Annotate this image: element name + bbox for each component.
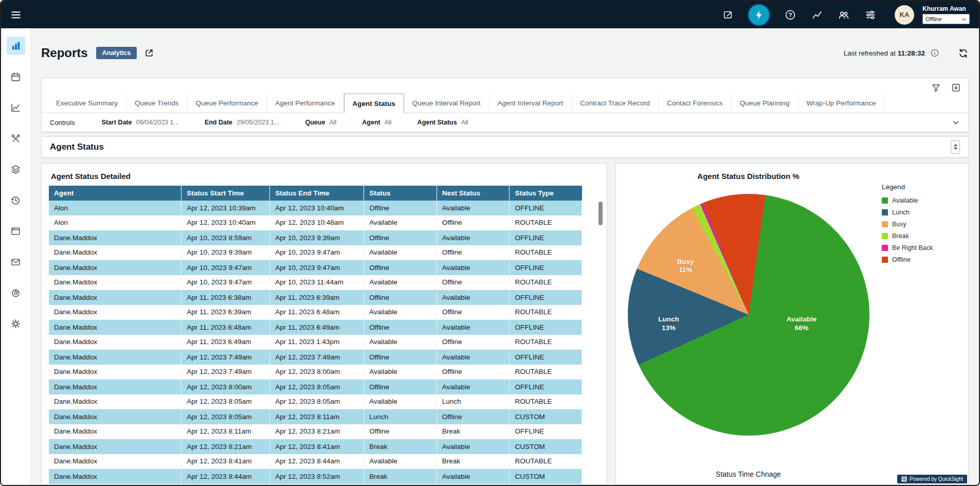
- sidebar-item-layers[interactable]: [7, 160, 25, 178]
- tab-agent-status[interactable]: Agent Status: [344, 94, 404, 113]
- control-queue[interactable]: QueueAll: [305, 119, 336, 126]
- tab-agent-interval-report[interactable]: Agent Interval Report: [489, 94, 572, 113]
- control-label: Agent: [362, 119, 380, 126]
- controls-collapse-button[interactable]: [952, 118, 960, 127]
- legend: Legend AvailableLunchBusyBreakBe Right B…: [882, 183, 960, 263]
- sidebar-item-metrics[interactable]: [7, 98, 25, 117]
- menu-button[interactable]: [10, 9, 22, 21]
- ccp-launch-button[interactable]: [749, 5, 769, 25]
- legend-item-be-right-back[interactable]: Be Right Back: [882, 244, 960, 251]
- sidebar-item-reports[interactable]: [7, 37, 25, 55]
- control-value: 29/05/2023 1...: [237, 119, 279, 126]
- spinner-control[interactable]: [951, 140, 960, 154]
- control-agent-status[interactable]: Agent StatusAll: [418, 119, 468, 126]
- table-cell: Apr 10, 2023 9:47am: [182, 260, 270, 275]
- legend-item-offline[interactable]: Offline: [882, 256, 960, 263]
- table-cell: Lunch: [437, 394, 510, 409]
- sidebar-item-usage[interactable]: [7, 283, 25, 302]
- users-button[interactable]: [838, 9, 849, 21]
- column-header-status-type[interactable]: Status Type: [510, 186, 582, 201]
- sidebar-item-browser[interactable]: [7, 222, 25, 240]
- tab-contract-trace-record[interactable]: Contract Trace Record: [572, 94, 659, 113]
- panels-row: Agent Status Detailed AgentStatus Start …: [41, 163, 969, 485]
- table-cell: Apr 10, 2023 9:47am: [182, 275, 270, 290]
- section-bar: Agent Status: [41, 136, 969, 158]
- tab-queue-interval-report[interactable]: Queue Interval Report: [404, 94, 489, 113]
- table-cell: Apr 11, 2023 6:39am: [270, 290, 364, 305]
- table-cell: Dane.Maddox: [49, 290, 182, 305]
- column-header-status-end-time[interactable]: Status End Time: [270, 186, 364, 201]
- table-cell: Apr 11, 2023 1:43pm: [270, 335, 364, 350]
- control-end-date[interactable]: End Date29/05/2023 1...: [205, 119, 280, 126]
- column-header-next-status[interactable]: Next Status: [437, 186, 510, 201]
- agent-status-table: AgentStatus Start TimeStatus End TimeSta…: [49, 186, 582, 485]
- legend-item-busy[interactable]: Busy: [882, 221, 960, 228]
- powered-by-quicksight[interactable]: Powered by QuickSight: [897, 475, 967, 483]
- table-cell: ROUTABLE: [510, 365, 582, 380]
- sidebar-item-history[interactable]: [7, 191, 25, 209]
- tab-queue-trends[interactable]: Queue Trends: [126, 94, 188, 113]
- table-scrollbar[interactable]: [598, 188, 603, 479]
- legend-swatch: [882, 245, 888, 251]
- tab-agent-performance[interactable]: Agent Performance: [267, 94, 343, 113]
- feedback-button[interactable]: [722, 9, 733, 20]
- table-cell: Apr 12, 2023 8:44am: [182, 469, 270, 484]
- pie-chart[interactable]: Available66%Lunch13%Busy11%: [628, 194, 869, 436]
- preferences-button[interactable]: [865, 9, 876, 21]
- table-cell: Dane.Maddox: [49, 260, 182, 275]
- tab-contact-forensics[interactable]: Contact Forensics: [659, 94, 732, 113]
- metrics-button[interactable]: [811, 9, 823, 21]
- external-link-icon: [144, 48, 154, 58]
- table-scrollbar-thumb[interactable]: [598, 202, 603, 225]
- menu-icon: [10, 9, 22, 21]
- refresh-button[interactable]: [958, 48, 969, 59]
- table-cell: Available: [364, 215, 437, 230]
- download-button[interactable]: [951, 83, 961, 93]
- table-cell: Available: [437, 320, 510, 335]
- legend-item-break[interactable]: Break: [882, 232, 960, 240]
- table-cell: Break: [364, 439, 437, 454]
- column-header-agent[interactable]: Agent: [49, 186, 182, 201]
- sidebar-item-tools[interactable]: [7, 129, 25, 148]
- control-label: Agent Status: [418, 119, 457, 126]
- info-button[interactable]: [930, 48, 939, 58]
- tab-executive-summary[interactable]: Executive Summary: [48, 94, 126, 113]
- table-cell: Apr 11, 2023 6:48am: [182, 320, 270, 335]
- table-cell: Apr 12, 2023 8:11am: [270, 409, 364, 424]
- control-start-date[interactable]: Start Date09/04/2023 1...: [101, 119, 178, 126]
- tab-wrap-up-performance[interactable]: Wrap-Up Performance: [798, 94, 885, 113]
- tab-queue-planning[interactable]: Queue Planning: [732, 94, 798, 113]
- control-label: Start Date: [101, 119, 132, 126]
- table-cell: Offline: [437, 245, 510, 260]
- legend-swatch: [882, 209, 888, 215]
- table-row: Dane.MaddoxApr 11, 2023 6:48amApr 11, 20…: [49, 320, 582, 335]
- table-cell: Dane.Maddox: [49, 245, 182, 260]
- tab-queue-performance[interactable]: Queue Performance: [188, 94, 267, 113]
- user-name: Khurram Awan: [922, 5, 970, 12]
- filter-button[interactable]: [931, 83, 941, 93]
- avatar[interactable]: KA: [895, 5, 914, 25]
- table-cell: Offline: [437, 305, 510, 320]
- control-value: All: [461, 119, 468, 126]
- table-row: Dane.MaddoxApr 11, 2023 6:49amApr 11, 20…: [49, 335, 582, 350]
- column-header-status-start-time[interactable]: Status Start Time: [182, 186, 270, 201]
- table-cell: Available: [364, 305, 437, 320]
- column-header-status[interactable]: Status: [364, 186, 437, 201]
- line-chart-icon: [811, 9, 823, 21]
- open-external-button[interactable]: [144, 48, 154, 58]
- legend-label: Busy: [892, 221, 906, 228]
- table-cell: Dane.Maddox: [49, 409, 182, 424]
- sidebar-item-schedule[interactable]: [7, 67, 25, 86]
- legend-item-available[interactable]: Available: [882, 197, 960, 204]
- table-cell: OFFLINE: [510, 380, 582, 394]
- lightning-icon: [754, 10, 764, 20]
- legend-item-lunch[interactable]: Lunch: [882, 209, 960, 216]
- sidebar-item-mail[interactable]: [7, 253, 25, 271]
- help-button[interactable]: ?: [785, 9, 796, 21]
- sliders-icon: [865, 9, 876, 21]
- user-status-select[interactable]: Offline: [922, 14, 970, 24]
- control-agent[interactable]: AgentAll: [362, 119, 391, 126]
- table-cell: Alon: [49, 201, 182, 215]
- analytics-badge[interactable]: Analytics: [96, 47, 137, 59]
- sidebar-item-settings[interactable]: [7, 314, 25, 333]
